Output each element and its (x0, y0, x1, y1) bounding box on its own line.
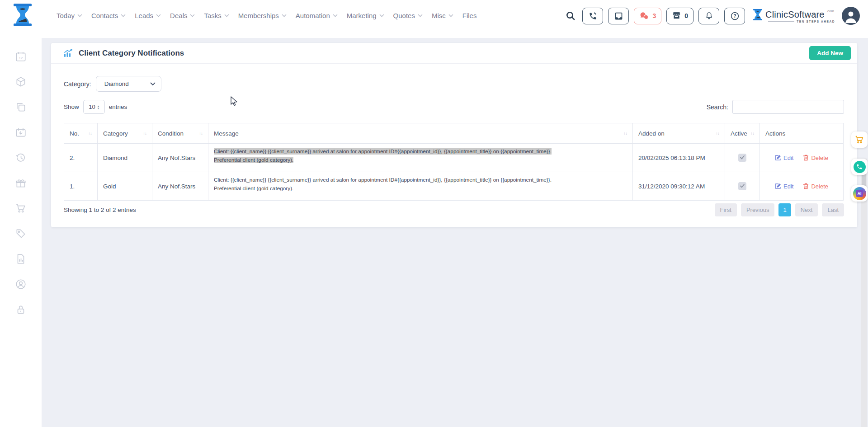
page-last-button[interactable]: Last (822, 203, 844, 216)
cell-condition: Any Nof.Stars (152, 172, 208, 201)
quick-cart-button[interactable] (851, 131, 868, 148)
pos-button[interactable]: 0 (666, 8, 693, 24)
lock-icon[interactable] (14, 303, 27, 316)
nav-contacts[interactable]: Contacts (91, 12, 126, 19)
nav-files[interactable]: Files (462, 12, 477, 19)
chevron-down-icon (121, 14, 126, 17)
notifications-button[interactable] (698, 8, 719, 24)
col-category[interactable]: Category↑↓ (98, 123, 152, 144)
cell-added-on: 20/02/2025 06:13:18 PM (633, 144, 725, 172)
active-checkbox[interactable] (738, 182, 746, 190)
brand-tagline: TEN STEPS AHEAD (797, 20, 835, 23)
svg-text:?: ? (733, 14, 736, 19)
cell-condition: Any Nof.Stars (152, 144, 208, 172)
col-message[interactable]: Message↑↓ (208, 123, 633, 144)
nav-memberships[interactable]: Memberships (238, 12, 287, 19)
nav-marketing[interactable]: Marketing (347, 12, 384, 19)
pagination: First Previous 1 Next Last (715, 203, 844, 216)
chevron-down-icon (418, 14, 423, 17)
package-icon[interactable] (14, 75, 27, 88)
main-content: Client Category Notifications Add New Ca… (42, 38, 868, 427)
brand-hourglass-icon (753, 9, 763, 21)
user-avatar[interactable] (842, 7, 860, 25)
add-new-button[interactable]: Add New (809, 46, 851, 60)
copy-icon[interactable] (14, 101, 27, 113)
tag-icon[interactable] (14, 227, 27, 240)
help-button[interactable]: ? (724, 8, 745, 24)
app-logo-icon[interactable] (13, 4, 33, 28)
cell-actions: Edit Delete (760, 144, 844, 172)
cell-added-on: 31/12/2020 09:30:12 AM (633, 172, 725, 201)
calendar-import-icon[interactable] (14, 126, 27, 139)
chat-button[interactable]: 3 (634, 8, 661, 24)
search-input[interactable] (732, 100, 844, 114)
page-next-button[interactable]: Next (795, 203, 818, 216)
sort-icon[interactable]: ↑↓ (623, 131, 627, 136)
brand-name: ClinicSoftware (765, 9, 825, 20)
category-filter: Category: Diamond (64, 76, 161, 92)
cell-active (725, 144, 760, 172)
nav-misc[interactable]: Misc (432, 12, 453, 19)
inbox-button[interactable] (608, 8, 629, 24)
sort-icon[interactable]: ↑↓ (143, 131, 146, 136)
nav-quotes[interactable]: Quotes (393, 12, 423, 19)
person-icon (842, 7, 860, 25)
account-icon[interactable] (14, 278, 27, 291)
help-icon: ? (730, 11, 740, 21)
brand-tld: .com (826, 9, 834, 13)
sort-icon[interactable]: ↑↓ (199, 131, 203, 136)
chevron-down-icon (224, 14, 229, 17)
nav-deals[interactable]: Deals (170, 12, 195, 19)
chart-icon (64, 49, 73, 57)
top-actions: 3 0 ? ClinicSoftware .com TEN S (564, 5, 860, 26)
show-label: Show (64, 103, 79, 110)
page-previous-button[interactable]: Previous (741, 203, 775, 216)
calendar-icon[interactable]: 12 (14, 50, 27, 63)
edit-icon (775, 155, 781, 161)
page-length-select[interactable]: 10 ▴▾ (83, 100, 105, 114)
brand-logo[interactable]: ClinicSoftware .com TEN STEPS AHEAD (753, 9, 835, 23)
gift-icon[interactable] (14, 177, 27, 189)
entries-label: entries (109, 103, 127, 110)
nav-leads[interactable]: Leads (135, 12, 161, 19)
ai-assistant-button[interactable]: AI (851, 185, 868, 202)
cell-message: Client: {{client_name}} {{client_surname… (208, 172, 633, 201)
active-checkbox[interactable] (738, 154, 746, 162)
page-number-button[interactable]: 1 (778, 203, 791, 216)
trash-icon (803, 155, 809, 161)
nav-automation[interactable]: Automation (296, 12, 338, 19)
nav-today[interactable]: Today (57, 12, 82, 19)
page-first-button[interactable]: First (715, 203, 737, 216)
edit-button[interactable]: Edit (775, 183, 793, 190)
col-added-on[interactable]: Added on↑↓ (633, 123, 725, 144)
report-icon[interactable] (14, 253, 27, 265)
cell-category: Diamond (98, 144, 152, 172)
dialer-button[interactable] (582, 8, 603, 24)
chevron-down-icon (448, 14, 453, 17)
nav-tasks[interactable]: Tasks (204, 12, 229, 19)
history-icon[interactable] (14, 151, 27, 164)
delete-button[interactable]: Delete (803, 155, 828, 161)
delete-button[interactable]: Delete (803, 183, 828, 190)
col-condition[interactable]: Condition↑↓ (152, 123, 208, 144)
col-no[interactable]: No.↑↓ (64, 123, 98, 144)
edit-button[interactable]: Edit (775, 155, 793, 161)
sort-icon[interactable]: ↑↓ (750, 131, 754, 136)
category-label: Category: (64, 80, 91, 88)
app-window: Today Contacts Leads Deals Tasks Members… (0, 0, 868, 427)
inbox-icon (614, 11, 623, 21)
sort-icon[interactable]: ↑↓ (716, 131, 719, 136)
sort-icon[interactable]: ↑↓ (88, 131, 92, 136)
cell-category: Gold (98, 172, 152, 201)
category-select[interactable]: Diamond (96, 76, 161, 92)
search-icon[interactable] (564, 8, 577, 24)
quick-call-button[interactable] (851, 159, 868, 175)
brand-tag-line (768, 21, 794, 22)
card-header: Client Category Notifications Add New (51, 43, 857, 64)
cart-icon[interactable] (14, 202, 27, 215)
col-actions: Actions (760, 123, 844, 144)
col-active[interactable]: Active↑↓ (725, 123, 760, 144)
top-bar: Today Contacts Leads Deals Tasks Members… (0, 0, 868, 38)
ai-icon: AI (853, 187, 866, 200)
table-header-row: No.↑↓ Category↑↓ Condition↑↓ Message↑↓ A… (64, 123, 844, 144)
